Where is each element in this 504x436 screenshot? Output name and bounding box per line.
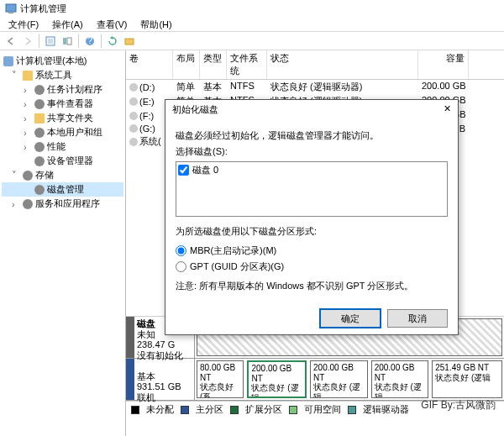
disk-0-checkbox[interactable]: 磁盘 0 bbox=[178, 164, 445, 176]
tree-device-manager[interactable]: 设备管理器 bbox=[2, 154, 123, 168]
disk-info-1: 基本 931.51 GB 联机 bbox=[134, 359, 195, 400]
menu-file[interactable]: 文件(F) bbox=[3, 17, 44, 31]
app-icon bbox=[5, 3, 17, 14]
volume-list-header: 卷 布局 类型 文件系统 状态 容量 bbox=[126, 50, 504, 80]
forward-button[interactable] bbox=[20, 34, 35, 49]
svg-rect-3 bbox=[48, 39, 53, 44]
nav-tree[interactable]: 计算机管理(本地) ˅系统工具 ›任务计划程序 ›事件查看器 ›共享文件夹 ›本… bbox=[0, 50, 126, 436]
up-button[interactable] bbox=[43, 34, 58, 49]
toolbar: ? bbox=[0, 32, 504, 50]
svg-rect-8 bbox=[125, 39, 134, 45]
menu-action[interactable]: 操作(A) bbox=[47, 17, 88, 31]
partition-style-label: 为所选磁盘使用以下磁盘分区形式: bbox=[176, 225, 448, 238]
options-button[interactable] bbox=[122, 34, 137, 49]
svg-text:?: ? bbox=[87, 36, 92, 45]
tree-event-viewer[interactable]: ›事件查看器 bbox=[2, 97, 123, 111]
show-hide-button[interactable] bbox=[60, 34, 75, 49]
tree-system-tools[interactable]: ˅系统工具 bbox=[2, 68, 123, 82]
volume-row[interactable]: (D:)简单基本NTFS状态良好 (逻辑驱动器)200.00 GB bbox=[126, 80, 504, 94]
disk-color-bar bbox=[126, 359, 134, 400]
col-status[interactable]: 状态 bbox=[267, 50, 418, 79]
menu-help[interactable]: 帮助(H) bbox=[135, 17, 176, 31]
window-title: 计算机管理 bbox=[20, 3, 66, 15]
partition[interactable]: 251.49 GB NT状态良好 (逻辑 bbox=[432, 360, 502, 398]
partition[interactable]: 200.00 GB NT状态良好 (逻辑 bbox=[247, 360, 307, 398]
menu-view[interactable]: 查看(V) bbox=[92, 17, 133, 31]
svg-rect-4 bbox=[63, 38, 66, 45]
tree-services[interactable]: ›服务和应用程序 bbox=[2, 197, 123, 211]
window-titlebar: 计算机管理 bbox=[0, 0, 504, 17]
disk-color-bar bbox=[126, 317, 134, 358]
tree-local-users[interactable]: ›本地用户和组 bbox=[2, 125, 123, 139]
col-capacity[interactable]: 容量 bbox=[418, 50, 469, 79]
tree-shared-folders[interactable]: ›共享文件夹 bbox=[2, 111, 123, 125]
dialog-hint: 磁盘必须经过初始化，逻辑磁盘管理器才能访问。 bbox=[176, 129, 448, 142]
tree-storage[interactable]: ˅存储 bbox=[2, 168, 123, 182]
col-type[interactable]: 类型 bbox=[200, 50, 227, 79]
svg-rect-5 bbox=[67, 38, 71, 45]
col-filesystem[interactable]: 文件系统 bbox=[227, 50, 267, 79]
refresh-button[interactable] bbox=[105, 34, 120, 49]
partition[interactable]: 80.00 GB NT状态良好 (系 bbox=[197, 360, 244, 398]
help-button[interactable]: ? bbox=[82, 34, 97, 49]
tree-root[interactable]: 计算机管理(本地) bbox=[2, 54, 123, 68]
partition[interactable]: 200.00 GB NT状态良好 (逻辑 bbox=[310, 360, 368, 398]
disk-0-check-input[interactable] bbox=[178, 165, 189, 176]
col-volume[interactable]: 卷 bbox=[126, 50, 173, 79]
dialog-title: 初始化磁盘 bbox=[172, 103, 218, 116]
watermark: GIF By:古风微韵 bbox=[421, 398, 496, 412]
radio-gpt[interactable]: GPT (GUID 分区表)(G) bbox=[176, 259, 448, 275]
disk-row-1[interactable]: 基本 931.51 GB 联机 80.00 GB NT状态良好 (系200.00… bbox=[126, 359, 504, 401]
menubar: 文件(F) 操作(A) 查看(V) 帮助(H) bbox=[0, 17, 504, 32]
dialog-note: 注意: 所有早期版本的 Windows 都不识别 GPT 分区形式。 bbox=[176, 280, 448, 292]
ok-button[interactable]: 确定 bbox=[320, 309, 381, 328]
svg-rect-0 bbox=[6, 4, 16, 12]
tree-disk-management[interactable]: 磁盘管理 bbox=[2, 182, 123, 197]
cancel-button[interactable]: 取消 bbox=[387, 309, 448, 328]
disk-select-list[interactable]: 磁盘 0 bbox=[176, 161, 448, 217]
select-disk-label: 选择磁盘(S): bbox=[176, 145, 448, 158]
back-button[interactable] bbox=[3, 34, 18, 49]
partition[interactable]: 200.00 GB NT状态良好 (逻辑 bbox=[371, 360, 429, 398]
wrench-icon bbox=[23, 71, 33, 81]
col-layout[interactable]: 布局 bbox=[173, 50, 200, 79]
svg-rect-1 bbox=[8, 13, 13, 13]
radio-mbr[interactable]: MBR(主启动记录)(M) bbox=[176, 243, 448, 259]
initialize-disk-dialog: 初始化磁盘 ✕ 磁盘必须经过初始化，逻辑磁盘管理器才能访问。 选择磁盘(S): … bbox=[165, 99, 459, 335]
close-icon[interactable]: ✕ bbox=[444, 103, 451, 116]
tree-task-scheduler[interactable]: ›任务计划程序 bbox=[2, 82, 123, 97]
tree-performance[interactable]: ›性能 bbox=[2, 139, 123, 154]
